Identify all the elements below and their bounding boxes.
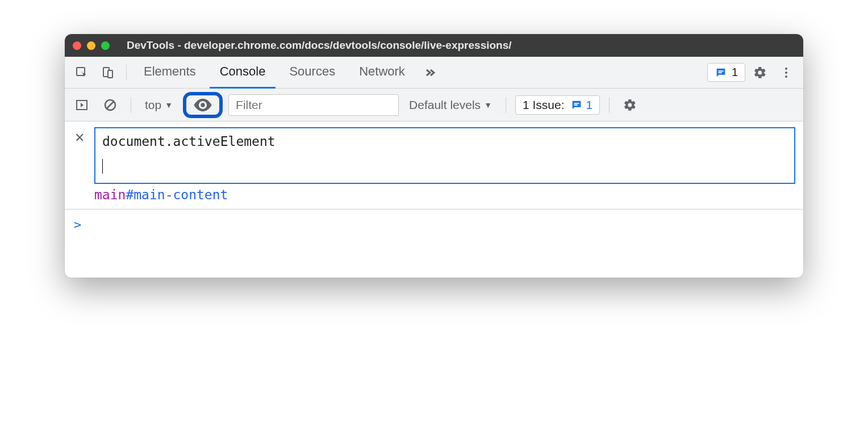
close-window-button[interactable] <box>73 41 81 50</box>
context-selector[interactable]: top ▼ <box>140 98 177 112</box>
tab-network[interactable]: Network <box>349 57 415 89</box>
svg-line-10 <box>107 102 114 108</box>
context-label: top <box>145 98 161 112</box>
issues-chip[interactable]: 1 Issue: 1 <box>515 95 600 115</box>
live-expression-input[interactable]: document.activeElement <box>94 127 795 184</box>
svg-rect-12 <box>574 103 579 104</box>
svg-point-7 <box>785 76 787 78</box>
console-prompt-icon: > <box>74 217 81 232</box>
svg-point-6 <box>785 72 787 74</box>
toggle-sidebar-icon[interactable] <box>70 94 93 116</box>
live-expression-text: document.activeElement <box>102 134 787 149</box>
minimize-window-button[interactable] <box>87 41 95 50</box>
svg-rect-2 <box>108 70 112 78</box>
filter-input[interactable] <box>228 94 399 116</box>
issues-label: 1 Issue: <box>523 98 565 112</box>
result-tagname: main <box>94 187 126 202</box>
chevron-down-icon: ▼ <box>484 100 492 110</box>
console-body[interactable]: > <box>65 209 803 278</box>
zoom-window-button[interactable] <box>101 41 110 50</box>
text-cursor <box>102 159 103 174</box>
settings-icon[interactable] <box>749 61 771 84</box>
device-toggle-icon[interactable] <box>97 61 119 84</box>
eye-icon <box>193 98 212 112</box>
tab-console[interactable]: Console <box>210 57 276 89</box>
live-expression-button[interactable] <box>183 92 223 118</box>
svg-point-11 <box>201 103 205 107</box>
tab-sources[interactable]: Sources <box>279 57 345 89</box>
devtools-window: DevTools - developer.chrome.com/docs/dev… <box>65 34 803 278</box>
divider <box>126 65 127 81</box>
log-levels-selector[interactable]: Default levels ▼ <box>404 98 496 112</box>
divider <box>506 97 506 113</box>
messages-count: 1 <box>732 66 738 79</box>
issues-count: 1 <box>586 98 593 112</box>
svg-rect-3 <box>718 70 723 72</box>
remove-live-expression-button[interactable]: ✕ <box>73 127 86 145</box>
clear-console-icon[interactable] <box>99 94 122 116</box>
more-tabs-icon[interactable] <box>419 61 441 84</box>
levels-label: Default levels <box>409 98 481 112</box>
console-toolbar: top ▼ Default levels ▼ 1 Issue: 1 <box>65 89 803 121</box>
result-id: #main-content <box>126 187 228 202</box>
chevron-down-icon: ▼ <box>165 100 173 110</box>
divider <box>131 97 131 113</box>
live-expression-result[interactable]: main#main-content <box>73 184 795 202</box>
inspect-element-icon[interactable] <box>70 61 93 84</box>
svg-rect-4 <box>718 72 721 73</box>
messages-chip[interactable]: 1 <box>707 63 745 82</box>
console-settings-icon[interactable] <box>619 94 641 116</box>
chat-icon <box>570 99 583 111</box>
svg-rect-13 <box>574 104 577 106</box>
tab-elements[interactable]: Elements <box>133 57 206 89</box>
window-title: DevTools - developer.chrome.com/docs/dev… <box>115 39 795 52</box>
window-controls <box>73 41 110 50</box>
kebab-menu-icon[interactable] <box>775 61 798 84</box>
svg-point-5 <box>785 68 787 70</box>
titlebar: DevTools - developer.chrome.com/docs/dev… <box>65 34 803 57</box>
live-expression-area: ✕ document.activeElement main#main-conte… <box>65 121 803 209</box>
divider <box>609 97 610 113</box>
main-tabbar: Elements Console Sources Network 1 <box>65 57 803 89</box>
